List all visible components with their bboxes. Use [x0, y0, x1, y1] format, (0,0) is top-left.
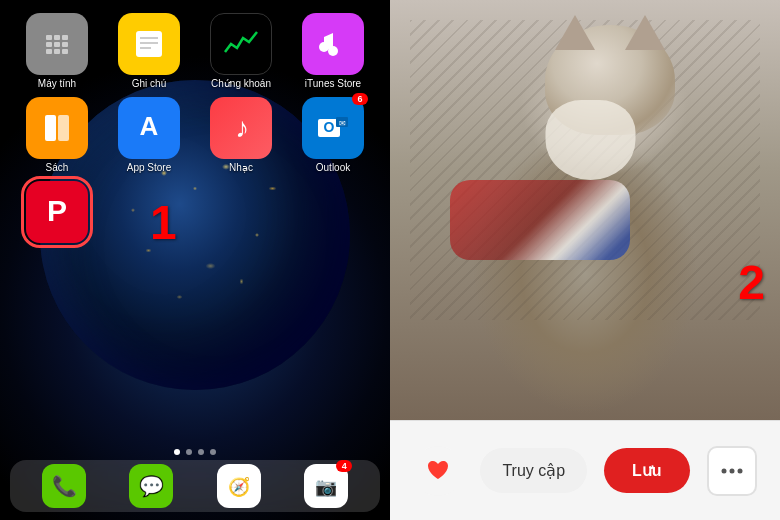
itunes-label: iTunes Store — [305, 78, 361, 89]
outlook-badge: 6 — [352, 93, 368, 105]
music-label: Nhạc — [229, 162, 253, 173]
svg-text:📷: 📷 — [315, 476, 338, 498]
notes-icon[interactable] — [118, 13, 180, 75]
svg-point-5 — [319, 42, 329, 52]
svg-point-6 — [328, 46, 338, 56]
svg-text:💬: 💬 — [139, 474, 164, 498]
music-icon[interactable]: ♪ — [210, 97, 272, 159]
svg-point-20 — [721, 468, 726, 473]
books-icon[interactable] — [26, 97, 88, 159]
step-number-1: 1 — [150, 195, 177, 250]
app-calculator[interactable]: Máy tính — [15, 13, 99, 89]
svg-text:P: P — [47, 194, 67, 227]
pinterest-icon[interactable]: P — [26, 181, 88, 243]
app-grid: Máy tính Ghi chú Chứng khoán — [10, 8, 380, 251]
svg-rect-7 — [45, 115, 56, 141]
pinterest-video-panel: 2 Truy cập Lưu — [390, 0, 780, 520]
svg-text:🧭: 🧭 — [228, 476, 251, 498]
app-outlook[interactable]: O ✉ 6 Outlook — [291, 97, 375, 173]
stocks-label: Chứng khoán — [211, 78, 271, 89]
app-books[interactable]: Sách — [15, 97, 99, 173]
dock-phone[interactable]: 📞 — [42, 464, 86, 508]
appstore-label: App Store — [127, 162, 171, 173]
heart-button[interactable] — [413, 446, 463, 496]
svg-rect-8 — [58, 115, 69, 141]
dock-messages[interactable]: 💬 — [129, 464, 173, 508]
svg-text:A: A — [140, 111, 159, 141]
svg-point-22 — [737, 468, 742, 473]
app-music[interactable]: ♪ Nhạc — [199, 97, 283, 173]
dock: 📞 💬 🧭 📷 4 — [10, 460, 380, 512]
app-pinterest[interactable]: P — [15, 181, 99, 246]
svg-text:✉: ✉ — [339, 119, 346, 128]
svg-text:O: O — [324, 119, 335, 135]
dot-4 — [210, 449, 216, 455]
calculator-label: Máy tính — [38, 78, 76, 89]
outlook-icon[interactable]: O ✉ 6 — [302, 97, 364, 159]
app-itunes[interactable]: iTunes Store — [291, 13, 375, 89]
truy-cap-button[interactable]: Truy cập — [480, 448, 587, 493]
cat-photo: 2 — [390, 0, 780, 420]
calculator-icon[interactable] — [26, 13, 88, 75]
dock-badge: 4 — [336, 460, 352, 472]
dot-1 — [174, 449, 180, 455]
page-dots — [0, 449, 390, 455]
dot-2 — [186, 449, 192, 455]
more-button[interactable] — [707, 446, 757, 496]
svg-point-21 — [729, 468, 734, 473]
svg-text:♪: ♪ — [235, 112, 249, 143]
notes-label: Ghi chú — [132, 78, 166, 89]
action-bar: Truy cập Lưu — [390, 420, 780, 520]
app-notes[interactable]: Ghi chú — [107, 13, 191, 89]
app-stocks[interactable]: Chứng khoán — [199, 13, 283, 89]
itunes-icon[interactable] — [302, 13, 364, 75]
app-appstore[interactable]: A App Store — [107, 97, 191, 173]
svg-text:📞: 📞 — [51, 474, 76, 498]
iphone-screen: Máy tính Ghi chú Chứng khoán — [0, 0, 390, 520]
stocks-icon[interactable] — [210, 13, 272, 75]
dock-safari[interactable]: 🧭 — [217, 464, 261, 508]
books-label: Sách — [46, 162, 69, 173]
outlook-label: Outlook — [316, 162, 350, 173]
appstore-icon[interactable]: A — [118, 97, 180, 159]
step-number-2: 2 — [738, 255, 765, 310]
dock-photos[interactable]: 📷 4 — [304, 464, 348, 508]
dot-3 — [198, 449, 204, 455]
luu-button[interactable]: Lưu — [604, 448, 690, 493]
